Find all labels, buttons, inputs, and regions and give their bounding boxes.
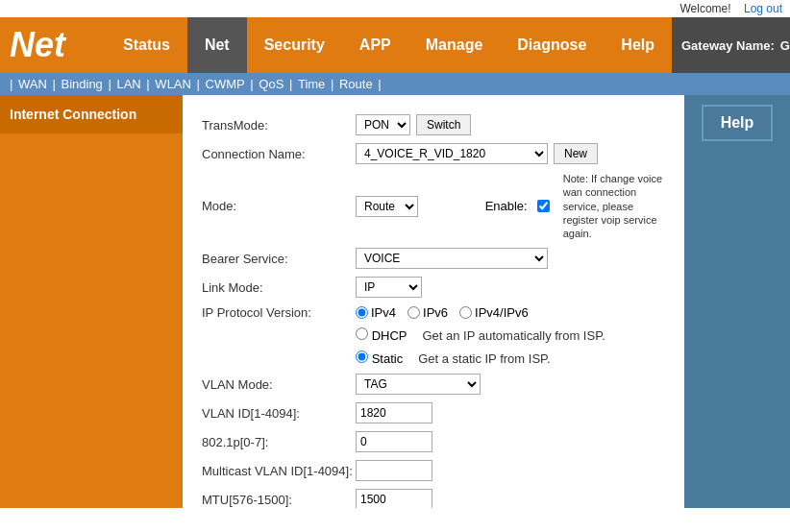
vlan-mode-select[interactable]: TAG UNTAG TRANSPARENT bbox=[356, 374, 481, 395]
new-button[interactable]: New bbox=[554, 143, 598, 164]
dhcp-control: DHCP Get an IP automatically from ISP. bbox=[356, 327, 605, 343]
subnav-time[interactable]: Time bbox=[298, 77, 325, 91]
mtu-row: MTU[576-1500]: 1500 bbox=[202, 489, 665, 508]
connection-name-row: Connection Name: 4_VOICE_R_VID_1820 New bbox=[202, 143, 665, 164]
vlan-8021p-input[interactable]: 0 bbox=[356, 431, 432, 452]
transmode-select[interactable]: PON ETH bbox=[356, 114, 410, 135]
gateway-name-label: Gateway Name: bbox=[681, 38, 775, 53]
dhcp-radio[interactable] bbox=[356, 327, 368, 340]
dhcp-row: DHCP Get an IP automatically from ISP. bbox=[202, 327, 665, 343]
multicast-vlan-input[interactable] bbox=[356, 460, 432, 481]
link-mode-label: Link Mode: bbox=[202, 280, 356, 295]
enable-checkbox[interactable] bbox=[537, 200, 550, 212]
link-mode-row: Link Mode: IP PPPoE bbox=[202, 277, 665, 298]
multicast-vlan-row: Multicast VLAN ID[1-4094]: bbox=[202, 460, 665, 481]
bearer-service-control: VOICE INTERNET OTHER bbox=[356, 248, 548, 269]
subnav-wlan[interactable]: WLAN bbox=[155, 77, 191, 91]
vlan-mode-row: VLAN Mode: TAG UNTAG TRANSPARENT bbox=[202, 374, 665, 395]
link-mode-select[interactable]: IP PPPoE bbox=[356, 277, 422, 298]
vlan-id-label: VLAN ID[1-4094]: bbox=[202, 406, 356, 421]
multicast-vlan-control bbox=[356, 460, 432, 481]
link-mode-control: IP PPPoE bbox=[356, 277, 422, 298]
bearer-service-row: Bearer Service: VOICE INTERNET OTHER bbox=[202, 248, 665, 269]
bearer-service-label: Bearer Service: bbox=[202, 252, 356, 266]
subnav-wan[interactable]: WAN bbox=[18, 77, 47, 91]
nav-net[interactable]: Net bbox=[187, 17, 247, 73]
ipv4ipv6-option[interactable]: IPv4/IPv6 bbox=[459, 305, 529, 320]
nav-security[interactable]: Security bbox=[247, 17, 342, 73]
top-bar: Welcome! Log out bbox=[0, 0, 790, 17]
logo: Net bbox=[10, 25, 86, 65]
main-nav: Status Net Security APP Manage Diagnose … bbox=[106, 17, 672, 73]
static-desc: Get a static IP from ISP. bbox=[418, 351, 551, 366]
note-text: Note: If change voice wan connection ser… bbox=[563, 172, 665, 240]
subnav-cwmp[interactable]: CWMP bbox=[206, 77, 245, 91]
static-label: Static bbox=[372, 351, 404, 366]
dhcp-option[interactable]: DHCP bbox=[356, 327, 407, 343]
static-radio[interactable] bbox=[356, 351, 368, 363]
help-panel: Help bbox=[684, 95, 790, 508]
subnav-qos[interactable]: QoS bbox=[259, 77, 284, 91]
transmode-label: TransMode: bbox=[202, 118, 356, 133]
enable-label: Enable: bbox=[481, 199, 528, 213]
content-wrapper: Internet Connection TransMode: PON ETH S… bbox=[0, 95, 790, 508]
gateway-type: Gateway Type: Platinum-4410 bbox=[780, 38, 790, 53]
ip-protocol-control: IPv4 IPv6 IPv4/IPv6 bbox=[356, 305, 529, 320]
vlan-mode-control: TAG UNTAG TRANSPARENT bbox=[356, 374, 481, 395]
vlan-mode-label: VLAN Mode: bbox=[202, 377, 356, 392]
help-label: Help bbox=[702, 105, 774, 141]
vlan-id-input[interactable]: 1820 bbox=[356, 402, 432, 423]
mtu-control: 1500 bbox=[356, 489, 432, 508]
mode-control: Route Bridge Enable: Note: If change voi… bbox=[356, 172, 665, 240]
transmode-control: PON ETH Switch bbox=[356, 114, 471, 135]
welcome-text: Welcome! bbox=[679, 2, 730, 15]
ipv4ipv6-radio[interactable] bbox=[459, 306, 472, 319]
vlan-8021p-row: 802.1p[0-7]: 0 bbox=[202, 431, 665, 452]
header: Net Status Net Security APP Manage Diagn… bbox=[0, 17, 790, 73]
multicast-vlan-label: Multicast VLAN ID[1-4094]: bbox=[202, 464, 356, 478]
ip-protocol-label: IP Protocol Version: bbox=[202, 305, 356, 320]
mtu-label: MTU[576-1500]: bbox=[202, 493, 356, 507]
static-control: Static Get a static IP from ISP. bbox=[356, 351, 551, 366]
vlan-id-row: VLAN ID[1-4094]: 1820 bbox=[202, 402, 665, 423]
header-right: Gateway Name: Gateway Type: Platinum-441… bbox=[672, 17, 790, 73]
sub-nav: | WAN | Binding | LAN | WLAN | CWMP | Qo… bbox=[0, 73, 790, 95]
ipv4-option[interactable]: IPv4 bbox=[356, 305, 396, 320]
logout-link[interactable]: Log out bbox=[744, 2, 782, 15]
nav-app[interactable]: APP bbox=[342, 17, 408, 73]
subnav-lan[interactable]: LAN bbox=[116, 77, 140, 91]
dhcp-label: DHCP bbox=[372, 328, 407, 343]
bearer-service-select[interactable]: VOICE INTERNET OTHER bbox=[356, 248, 548, 269]
ipv4-radio[interactable] bbox=[356, 306, 368, 319]
nav-manage[interactable]: Manage bbox=[408, 17, 501, 73]
ipv6-option[interactable]: IPv6 bbox=[407, 305, 448, 320]
connection-name-control: 4_VOICE_R_VID_1820 New bbox=[356, 143, 598, 164]
mode-row: Mode: Route Bridge Enable: Note: If chan… bbox=[202, 172, 665, 240]
mode-label: Mode: bbox=[202, 199, 356, 213]
main-content: TransMode: PON ETH Switch Connection Nam… bbox=[183, 95, 684, 508]
subnav-route[interactable]: Route bbox=[339, 77, 373, 91]
vlan-8021p-label: 802.1p[0-7]: bbox=[202, 435, 356, 449]
sidebar: Internet Connection bbox=[0, 95, 183, 508]
ip-protocol-row: IP Protocol Version: IPv4 IPv6 IPv4/IPv6 bbox=[202, 305, 665, 320]
static-option[interactable]: Static bbox=[356, 351, 403, 366]
switch-button[interactable]: Switch bbox=[416, 114, 471, 135]
connection-name-label: Connection Name: bbox=[202, 147, 356, 161]
vlan-id-control: 1820 bbox=[356, 402, 432, 423]
connection-name-select[interactable]: 4_VOICE_R_VID_1820 bbox=[356, 143, 548, 164]
nav-diagnose[interactable]: Diagnose bbox=[500, 17, 604, 73]
nav-status[interactable]: Status bbox=[106, 17, 187, 73]
dhcp-desc: Get an IP automatically from ISP. bbox=[422, 328, 605, 343]
sidebar-item-internet-connection[interactable]: Internet Connection bbox=[0, 95, 183, 133]
ipv6-radio[interactable] bbox=[407, 306, 420, 319]
mode-select[interactable]: Route Bridge bbox=[356, 196, 418, 217]
mtu-input[interactable]: 1500 bbox=[356, 489, 432, 508]
static-row: Static Get a static IP from ISP. bbox=[202, 351, 665, 366]
subnav-binding[interactable]: Binding bbox=[61, 77, 102, 91]
transmode-row: TransMode: PON ETH Switch bbox=[202, 114, 665, 135]
vlan-8021p-control: 0 bbox=[356, 431, 432, 452]
nav-help[interactable]: Help bbox=[604, 17, 672, 73]
